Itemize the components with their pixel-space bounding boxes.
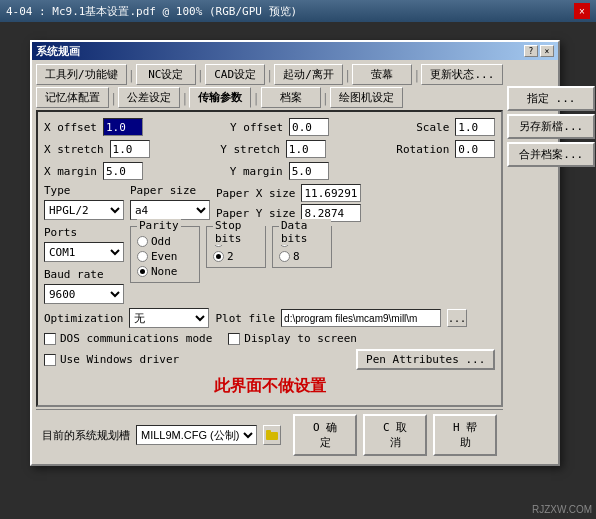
opt-row: Optimization 无 Plot file ... — [44, 308, 495, 328]
tab-tools[interactable]: 工具列/功能键 — [36, 64, 127, 85]
rotation-label: Rotation — [396, 143, 449, 156]
scale-label: Scale — [416, 121, 449, 134]
config-browse-button[interactable] — [263, 425, 281, 445]
ports-label: Ports — [44, 226, 124, 239]
use-windows-box[interactable] — [44, 354, 56, 366]
parity-even[interactable]: Even — [137, 250, 193, 263]
dos-comm-checkbox[interactable]: DOS communications mode — [44, 332, 212, 345]
y-offset-input[interactable] — [289, 118, 329, 136]
y-margin-input[interactable] — [289, 162, 329, 180]
tab-tolerance[interactable]: 公差设定 — [118, 87, 180, 108]
scale-input[interactable] — [455, 118, 495, 136]
paper-y-label: Paper Y size — [216, 207, 295, 220]
parity-even-radio[interactable] — [137, 251, 148, 262]
x-margin-label: X margin — [44, 165, 97, 178]
main-panel: 工具列/功能键 | NC设定 | CAD设定 | 起动/离开 | 萤幕 | 更新… — [36, 64, 503, 460]
type-section: Type HPGL/2 HPGL — [44, 184, 124, 220]
stopbits-2[interactable]: 2 — [213, 250, 259, 263]
type-dropdown[interactable]: HPGL/2 HPGL — [44, 200, 124, 220]
paper-section: Paper size a4 a3 — [130, 184, 210, 220]
stopbits-group: Stop bits 1 2 — [206, 226, 266, 268]
tab-plotter[interactable]: 绘图机设定 — [330, 87, 403, 108]
ports-dropdown[interactable]: COM1 COM2 — [44, 242, 124, 262]
system-dialog: 系统规画 ? × 工具列/功能键 | NC设定 | CAD设定 | 起动/离开 … — [30, 40, 560, 466]
tab-cad[interactable]: CAD设定 — [205, 64, 265, 85]
display-screen-box[interactable] — [228, 333, 240, 345]
parity-group: Parity Odd Even — [130, 226, 200, 283]
watermark: RJZXW.COM — [532, 504, 592, 515]
app-close-button[interactable]: × — [574, 3, 590, 19]
config-dropdown[interactable]: MILL9M.CFG (公制) — [136, 425, 257, 445]
tab-update[interactable]: 更新状态... — [421, 64, 503, 85]
x-stretch-label: X stretch — [44, 143, 104, 156]
parity-none[interactable]: None — [137, 265, 193, 278]
dialog-help-button[interactable]: ? — [524, 45, 538, 57]
use-windows-checkbox[interactable]: Use Windows driver — [44, 353, 179, 366]
assign-button[interactable]: 指定 ... — [507, 86, 595, 111]
comm-section: Ports COM1 COM2 Baud rate 9600 19200 — [44, 226, 495, 304]
dialog-title-buttons: ? × — [524, 45, 554, 57]
databits-group: Data bits 7 8 — [272, 226, 332, 268]
pen-row: Use Windows driver Pen Attributes ... — [44, 349, 495, 370]
paper-x-row: Paper X size — [216, 184, 361, 202]
tabs-row-2: 记忆体配置 | 公差设定 | 传输参数 | 档案 | 绘图机设定 — [36, 87, 503, 108]
merge-button[interactable]: 合并档案... — [507, 142, 595, 167]
databits-8-radio[interactable] — [279, 251, 290, 262]
cancel-button[interactable]: C 取消 — [363, 414, 427, 456]
dialog-close-button[interactable]: × — [540, 45, 554, 57]
dos-comm-box[interactable] — [44, 333, 56, 345]
tab-startup[interactable]: 起动/离开 — [274, 64, 343, 85]
plot-file-label: Plot file — [215, 312, 275, 325]
paper-x-label: Paper X size — [216, 187, 295, 200]
row-margin: X margin Y margin — [44, 162, 495, 180]
config-label: 目前的系统规划槽 — [42, 428, 130, 443]
right-panel: 指定 ... 另存新檔... 合并档案... — [507, 64, 595, 460]
app-title: 4-04 : Mc9.1基本设置.pdf @ 100% (RGB/GPU 预览) — [6, 4, 574, 19]
tab-transfer[interactable]: 传输参数 — [189, 87, 251, 108]
optimization-dropdown[interactable]: 无 — [129, 308, 209, 328]
stopbits-label: Stop bits — [213, 219, 265, 245]
x-stretch-input[interactable] — [110, 140, 150, 158]
tab-nc[interactable]: NC设定 — [136, 64, 196, 85]
tab-files[interactable]: 档案 — [261, 87, 321, 108]
parity-radios: Odd Even None — [137, 235, 193, 278]
y-offset-label: Y offset — [230, 121, 283, 134]
rotation-input[interactable] — [455, 140, 495, 158]
parity-odd-radio[interactable] — [137, 236, 148, 247]
app-titlebar: 4-04 : Mc9.1基本设置.pdf @ 100% (RGB/GPU 预览)… — [0, 0, 596, 22]
browse-button[interactable]: ... — [447, 309, 467, 327]
help-button[interactable]: H 帮助 — [433, 414, 497, 456]
parity-odd[interactable]: Odd — [137, 235, 193, 248]
tab-memory[interactable]: 记忆体配置 — [36, 87, 109, 108]
dialog-titlebar: 系统规画 ? × — [32, 42, 558, 60]
x-offset-label: X offset — [44, 121, 97, 134]
config-row: 目前的系统规划槽 MILL9M.CFG (公制) O 确定 C 取消 H 帮助 — [36, 409, 503, 460]
ports-section: Ports COM1 COM2 Baud rate 9600 19200 — [44, 226, 124, 304]
x-offset-input[interactable] — [103, 118, 143, 136]
folder-icon — [266, 429, 278, 441]
paper-x-input[interactable] — [301, 184, 361, 202]
databits-8[interactable]: 8 — [279, 250, 325, 263]
baud-label: Baud rate — [44, 268, 124, 281]
paper-dropdown[interactable]: a4 a3 — [130, 200, 210, 220]
plot-file-input[interactable] — [281, 309, 441, 327]
save-new-button[interactable]: 另存新檔... — [507, 114, 595, 139]
dialog-content: 工具列/功能键 | NC设定 | CAD设定 | 起动/离开 | 萤幕 | 更新… — [32, 60, 558, 464]
x-margin-input[interactable] — [103, 162, 143, 180]
databits-label: Data bits — [279, 219, 331, 245]
baud-dropdown[interactable]: 9600 19200 — [44, 284, 124, 304]
display-screen-checkbox[interactable]: Display to screen — [228, 332, 357, 345]
checkbox-row-1: DOS communications mode Display to scree… — [44, 332, 495, 345]
paper-size-label: Paper size — [130, 184, 210, 197]
y-stretch-input[interactable] — [286, 140, 326, 158]
stopbits-2-radio[interactable] — [213, 251, 224, 262]
y-margin-label: Y margin — [230, 165, 283, 178]
dos-comm-label: DOS communications mode — [60, 332, 212, 345]
form-area: X offset Y offset Scale X stretch Y stre… — [36, 110, 503, 407]
tab-screen[interactable]: 萤幕 — [352, 64, 412, 85]
pen-attributes-button[interactable]: Pen Attributes ... — [356, 349, 495, 370]
tabs-row-1: 工具列/功能键 | NC设定 | CAD设定 | 起动/离开 | 萤幕 | 更新… — [36, 64, 503, 85]
svg-rect-1 — [266, 430, 271, 433]
parity-none-radio[interactable] — [137, 266, 148, 277]
ok-button[interactable]: O 确定 — [293, 414, 357, 456]
